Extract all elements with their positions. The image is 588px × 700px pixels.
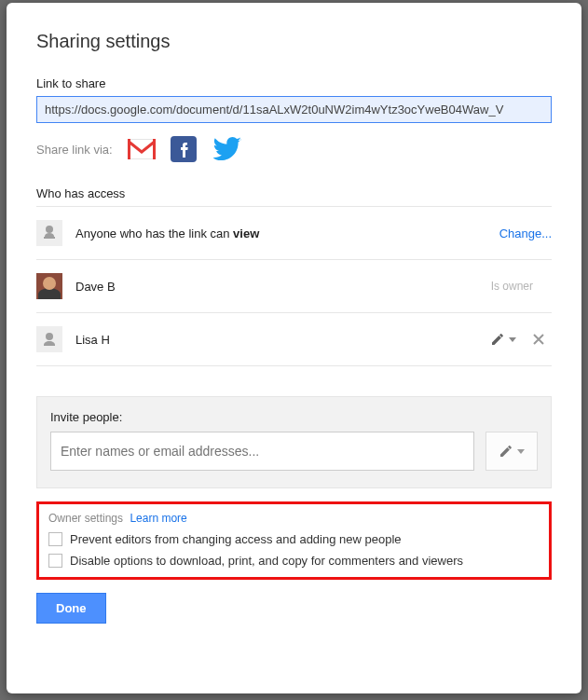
owner-settings-text: Owner settings: [48, 512, 123, 525]
invite-box: Invite people:: [36, 396, 552, 488]
link-to-share-label: Link to share: [36, 76, 552, 90]
link-access-text: Anyone who has the link can view: [75, 226, 486, 240]
avatar: [36, 326, 62, 352]
gmail-icon[interactable]: [128, 139, 156, 159]
change-link[interactable]: Change...: [499, 226, 552, 240]
globe-icon: [36, 220, 62, 246]
invite-permission-dropdown[interactable]: [485, 432, 538, 471]
person-name: Lisa H: [75, 333, 477, 347]
permission-dropdown[interactable]: [490, 332, 516, 347]
done-button[interactable]: Done: [36, 593, 106, 624]
owner-settings-section: Owner settings Learn more Prevent editor…: [36, 501, 552, 580]
facebook-icon[interactable]: [171, 136, 197, 162]
dialog-title: Sharing settings: [36, 31, 552, 52]
checkbox-prevent-editors[interactable]: [48, 532, 62, 546]
sharing-settings-dialog: Sharing settings Link to share Share lin…: [7, 3, 581, 693]
person-name: Dave B: [75, 280, 478, 294]
checkbox-label: Prevent editors from changing access and…: [70, 532, 402, 546]
avatar: [36, 273, 62, 299]
checkbox-disable-download[interactable]: [48, 554, 62, 568]
svg-rect-0: [128, 139, 156, 159]
checkbox-row-disable-download: Disable options to download, print, and …: [48, 554, 540, 568]
who-has-access-header: Who has access: [36, 186, 552, 200]
learn-more-link[interactable]: Learn more: [130, 512, 186, 525]
access-list: Anyone who has the link can view Change.…: [36, 206, 552, 366]
person-row-owner: Dave B Is owner: [36, 260, 552, 313]
svg-rect-1: [128, 139, 130, 159]
svg-rect-5: [44, 237, 55, 239]
twitter-icon[interactable]: [212, 137, 241, 161]
svg-rect-2: [153, 139, 156, 159]
invite-label: Invite people:: [50, 410, 538, 424]
link-access-prefix: Anyone who has the link can: [75, 226, 233, 240]
remove-person-button[interactable]: [533, 334, 544, 345]
share-via-label: Share link via:: [36, 143, 113, 157]
share-via-row: Share link via:: [36, 136, 552, 162]
close-icon: [533, 334, 544, 345]
invite-input[interactable]: [50, 432, 474, 471]
share-url-input[interactable]: [36, 96, 552, 123]
caret-down-icon: [517, 449, 525, 454]
owner-settings-label: Owner settings Learn more: [48, 512, 540, 525]
caret-down-icon: [509, 337, 516, 342]
link-access-perm: view: [233, 226, 259, 240]
owner-label: Is owner: [491, 280, 533, 293]
svg-point-6: [46, 333, 53, 340]
person-row-editor: Lisa H: [36, 313, 552, 366]
checkbox-label: Disable options to download, print, and …: [70, 554, 463, 568]
pencil-icon: [490, 332, 505, 347]
checkbox-row-prevent-editors: Prevent editors from changing access and…: [48, 532, 540, 546]
svg-point-4: [46, 226, 53, 233]
pencil-icon: [499, 444, 513, 459]
link-access-row: Anyone who has the link can view Change.…: [36, 207, 552, 260]
